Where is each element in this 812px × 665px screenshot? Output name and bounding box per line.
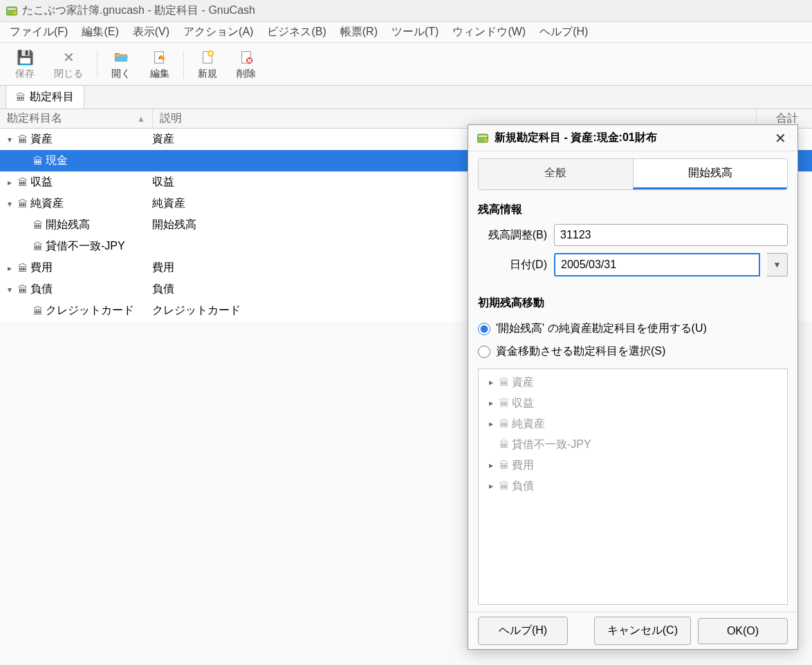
expand-toggle[interactable]: ▸ [486, 398, 497, 408]
toolbar-save-label: 保存 [15, 68, 35, 80]
toolbar-open[interactable]: 開く [102, 46, 140, 83]
toolbar-delete-label: 削除 [237, 68, 256, 80]
toolbar-close[interactable]: ✕ 閉じる [44, 46, 93, 83]
bank-icon: 🏛 [499, 397, 509, 409]
menu-business[interactable]: ビジネス(B) [260, 22, 333, 42]
radio-use-opening[interactable] [478, 323, 490, 335]
dialog-tree-row[interactable]: ▸🏛資産 [479, 372, 787, 393]
bank-icon: 🏛 [499, 418, 509, 429]
bank-icon: 🏛 [499, 460, 509, 471]
toolbar-open-label: 開く [111, 68, 131, 80]
tab-opening-balance[interactable]: 開始残高 [633, 159, 788, 189]
expand-toggle[interactable]: ▾ [4, 135, 15, 144]
close-icon: ✕ [63, 48, 75, 66]
menu-windows[interactable]: ウィンドウ(W) [445, 22, 533, 42]
date-label: 日付(D) [478, 258, 547, 272]
toolbar-separator [97, 50, 98, 78]
help-button[interactable]: ヘルプ(H) [478, 617, 568, 645]
radio-select-account[interactable] [478, 346, 490, 358]
menu-view[interactable]: 表示(V) [126, 22, 176, 42]
expand-toggle[interactable]: ▸ [4, 178, 15, 187]
dialog-close-button[interactable]: ✕ [772, 127, 789, 149]
account-name: 現金 [46, 153, 68, 168]
toolbar-new-label: 新規 [198, 68, 217, 80]
toolbar-save[interactable]: 💾 保存 [6, 46, 44, 83]
dialog-tree-name: 収益 [512, 396, 534, 411]
ok-button[interactable]: OK(O) [698, 618, 788, 644]
cancel-button[interactable]: キャンセル(C) [594, 617, 691, 645]
expand-toggle[interactable]: ▸ [486, 481, 497, 491]
svg-point-2 [13, 11, 17, 15]
bank-icon: 🏛 [33, 156, 43, 167]
menu-file[interactable]: ファイル(F) [3, 22, 75, 42]
toolbar-close-label: 閉じる [54, 68, 83, 80]
app-icon [477, 132, 489, 144]
save-icon: 💾 [17, 48, 34, 66]
radio-use-opening-row[interactable]: '開始残高' の純資産勘定科目を使用する(U) [478, 321, 788, 336]
toolbar-new[interactable]: 新規 [188, 46, 227, 83]
expand-toggle[interactable]: ▸ [486, 377, 497, 387]
column-header-desc[interactable]: 説明 [153, 111, 756, 126]
menu-edit[interactable]: 編集(E) [75, 22, 125, 42]
toolbar-delete[interactable]: 削除 [227, 46, 266, 83]
tab-label: 勘定科目 [30, 90, 74, 104]
new-account-dialog: 新規勘定科目 - 資産:現金:01財布 ✕ 全般 開始残高 残高情報 残高調整(… [468, 124, 798, 650]
account-name: 収益 [30, 175, 53, 189]
radio-select-account-row[interactable]: 資金移動させる勘定科目を選択(S) [478, 344, 788, 359]
open-icon [113, 48, 129, 66]
dialog-tree-row[interactable]: 🏛貸借不一致-JPY [479, 434, 787, 455]
tab-accounts[interactable]: 🏛 勘定科目 [6, 85, 84, 109]
bank-icon: 🏛 [18, 198, 28, 209]
dialog-tree-row[interactable]: ▸🏛負債 [479, 476, 787, 496]
sort-asc-icon: ▲ [137, 114, 145, 124]
column-name-label: 勘定科目名 [7, 111, 62, 126]
expand-toggle[interactable]: ▸ [486, 419, 497, 429]
dialog-tree-name: 資産 [512, 375, 534, 390]
menu-help[interactable]: ヘルプ(H) [533, 22, 595, 42]
account-name: 貸借不一致-JPY [46, 239, 125, 254]
dialog-tree-row[interactable]: ▸🏛費用 [479, 455, 787, 476]
tabbar: 🏛 勘定科目 [0, 86, 812, 109]
dialog-tree-row[interactable]: ▸🏛純資産 [479, 413, 787, 434]
dialog-footer: ヘルプ(H) キャンセル(C) OK(O) [468, 612, 797, 649]
date-input[interactable] [554, 253, 760, 277]
bank-icon: 🏛 [18, 134, 28, 145]
bank-icon: 🏛 [499, 377, 509, 388]
account-name: 開始残高 [46, 218, 90, 232]
toolbar-separator [183, 50, 184, 78]
expand-toggle[interactable]: ▾ [4, 285, 15, 294]
dialog-account-tree[interactable]: ▸🏛資産▸🏛収益▸🏛純資産🏛貸借不一致-JPY▸🏛費用▸🏛負債 [478, 368, 788, 605]
dialog-tree-name: 負債 [512, 479, 534, 494]
new-icon [200, 48, 215, 66]
app-icon [6, 5, 18, 17]
account-name: 費用 [30, 261, 53, 275]
window-title: たこぶつ家計簿.gnucash - 勘定科目 - GnuCash [22, 3, 255, 18]
svg-point-10 [484, 138, 488, 142]
balance-label: 残高調整(B) [478, 228, 547, 243]
bank-icon: 🏛 [16, 92, 26, 103]
balance-input[interactable] [554, 224, 788, 246]
toolbar-edit[interactable]: 編集 [140, 46, 179, 83]
column-header-name[interactable]: 勘定科目名 ▲ [0, 111, 152, 126]
menu-actions[interactable]: アクション(A) [176, 22, 260, 42]
tab-general[interactable]: 全般 [479, 159, 633, 189]
bank-icon: 🏛 [33, 220, 43, 231]
menu-tools[interactable]: ツール(T) [385, 22, 445, 42]
dialog-titlebar: 新規勘定科目 - 資産:現金:01財布 ✕ [468, 125, 797, 151]
column-header-total[interactable]: 合計 [757, 111, 812, 126]
expand-toggle[interactable]: ▾ [4, 199, 15, 209]
dialog-tree-name: 費用 [512, 458, 534, 473]
date-dropdown-button[interactable]: ▼ [767, 253, 788, 277]
dialog-tabs: 全般 開始残高 [478, 158, 788, 190]
menu-reports[interactable]: 帳票(R) [333, 22, 385, 42]
expand-toggle[interactable]: ▸ [486, 460, 497, 470]
account-name: 資産 [30, 132, 53, 147]
radio-select-account-label: 資金移動させる勘定科目を選択(S) [496, 344, 665, 359]
dialog-tree-row[interactable]: ▸🏛収益 [479, 393, 787, 413]
dialog-tree-name: 貸借不一致-JPY [512, 438, 591, 452]
expand-toggle[interactable]: ▸ [4, 263, 15, 273]
bank-icon: 🏛 [18, 263, 28, 274]
account-name: クレジットカード [46, 303, 134, 318]
bank-icon: 🏛 [499, 439, 509, 450]
window-titlebar: たこぶつ家計簿.gnucash - 勘定科目 - GnuCash [0, 0, 812, 22]
